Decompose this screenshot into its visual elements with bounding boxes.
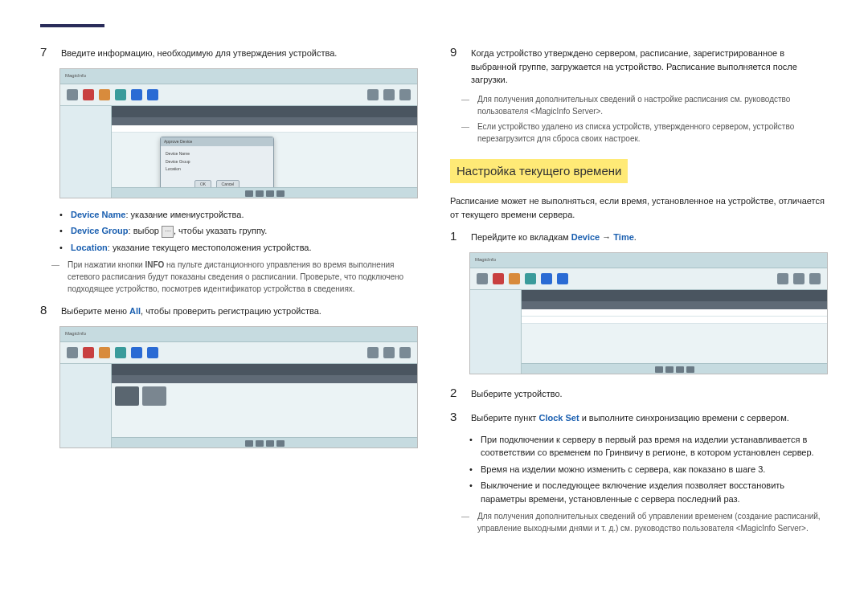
arrow: → [600, 232, 613, 242]
field-label: Device Group [71, 226, 129, 235]
ss-footer [112, 437, 417, 448]
step-number: 1 [450, 227, 461, 246]
field-text: : указание текущего местоположения устро… [108, 243, 312, 252]
toolbar-icon [477, 273, 488, 284]
toolbar-icon [383, 89, 395, 100]
toolbar-icon [83, 89, 94, 100]
toolbar-icon [115, 89, 126, 100]
ss-tabbar [522, 290, 827, 301]
step-number: 9 [450, 43, 461, 62]
toolbar-icon [367, 89, 379, 100]
time-bullet-list: При подключении к серверу в первый раз в… [469, 433, 828, 506]
toolbar-icon [509, 273, 520, 284]
ss-toolbar [60, 84, 417, 106]
ss-toolbar [60, 342, 417, 364]
list-item: Выключение и последующее включение издел… [469, 479, 828, 505]
right-column: 9 Когда устройство утверждено сервером, … [450, 24, 828, 537]
left-column: 7 Введите информацию, необходимую для ут… [40, 24, 418, 537]
field-text: , чтобы указать группу. [174, 226, 267, 235]
ss-tabbar [112, 106, 417, 117]
ss-logo: MagicInfo [65, 330, 86, 337]
text-part: , чтобы проверить регистрацию устройства… [141, 306, 321, 316]
text-part: и выполните синхронизацию времени с серв… [579, 413, 789, 423]
ss-subtabs [522, 301, 827, 309]
note-list: Для получения дополнительных сведений об… [461, 510, 828, 534]
toolbar-icon [809, 273, 821, 284]
ss-footer [112, 187, 417, 198]
step-2: 2 Выберите устройство. [450, 384, 828, 403]
ss-logo: MagicInfo [475, 256, 496, 264]
toolbar-icon [557, 273, 568, 284]
toolbar-icon [67, 347, 78, 358]
time-label: Time [613, 232, 633, 242]
toolbar-icon [777, 273, 788, 284]
section-heading: Настройка текущего времени [450, 159, 628, 184]
note-text: При нажатии кнопки INFO на пульте дистан… [68, 260, 403, 293]
list-item: При подключении к серверу в первый раз в… [469, 433, 828, 460]
toolbar-icon [83, 347, 94, 358]
clockset-label: Clock Set [538, 413, 579, 423]
step-number: 3 [450, 408, 461, 427]
note-list: При нажатии кнопки INFO на пульте дистан… [51, 259, 418, 295]
screenshot-time-settings: MagicInfo [469, 252, 828, 374]
ss-footer [522, 363, 827, 374]
note-item: Если устройство удалено из списка устрой… [461, 121, 828, 145]
step-7: 7 Введите информацию, необходимую для ут… [40, 43, 418, 62]
list-item: Device Name: указание имениустройства. [59, 208, 418, 222]
note-list: Для получения дополнительных сведений о … [461, 93, 828, 145]
toolbar-icon [99, 347, 110, 358]
toolbar-icon [793, 273, 805, 284]
note-item: Для получения дополнительных сведений об… [461, 510, 828, 534]
ss-row [522, 317, 827, 324]
dialog-field: Device Group [166, 159, 268, 166]
dialog-title: Approve Device [161, 137, 273, 147]
ss-row [112, 125, 417, 133]
ss-main [112, 364, 417, 448]
toolbar-icon [383, 347, 395, 358]
field-text: : выбор [129, 226, 162, 235]
list-item: Device Group: выбор ⋯, чтобы указать гру… [59, 224, 418, 238]
text-part: Выберите пункт [471, 413, 538, 423]
browse-icon: ⋯ [162, 226, 174, 238]
device-thumb [142, 386, 166, 406]
info-label: INFO [145, 260, 164, 269]
all-label: All [129, 306, 141, 316]
toolbar-icon [541, 273, 552, 284]
ss-subtabs [112, 375, 417, 383]
dialog-field: Device Name [166, 151, 268, 157]
dialog-body: Device Name Device Group Location [161, 146, 273, 178]
step-9: 9 Когда устройство утверждено сервером, … [450, 43, 828, 87]
step-number: 8 [40, 301, 51, 320]
field-label: Device Name [71, 210, 126, 219]
ss-sidebar [60, 364, 112, 448]
text-part: . [634, 232, 637, 242]
toolbar-icon [147, 347, 158, 358]
step-number: 2 [450, 384, 461, 403]
ss-body: Approve Device Device Name Device Group … [60, 106, 417, 198]
step-text: Выберите пункт Clock Set и выполните син… [471, 411, 828, 425]
step-text: Выберите устройство. [471, 387, 828, 401]
device-label: Device [571, 232, 600, 242]
toolbar-icon [147, 89, 158, 100]
toolbar-icon [399, 89, 411, 100]
toolbar-icon [525, 273, 536, 284]
ss-subtabs [112, 117, 417, 125]
page-container: 7 Введите информацию, необходимую для ут… [0, 0, 868, 554]
field-text: : указание имениустройства. [126, 210, 244, 219]
toolbar-icon [131, 89, 142, 100]
field-label: Location [71, 243, 108, 252]
text-part: Выберите меню [61, 306, 129, 316]
ss-tabbar [112, 364, 417, 375]
note-item: При нажатии кнопки INFO на пульте дистан… [51, 259, 418, 295]
device-thumb [115, 386, 139, 406]
ss-sidebar [60, 106, 112, 198]
toolbar-icon [115, 347, 126, 358]
ss-main [522, 290, 827, 374]
ss-titlebar: MagicInfo [470, 253, 827, 268]
field-description-list: Device Name: указание имениустройства. D… [59, 208, 418, 255]
section-indicator [40, 24, 104, 27]
toolbar-icon [67, 89, 78, 100]
note-item: Для получения дополнительных сведений о … [461, 93, 828, 117]
step-number: 7 [40, 43, 51, 62]
step-8: 8 Выберите меню All, чтобы проверить рег… [40, 301, 418, 320]
